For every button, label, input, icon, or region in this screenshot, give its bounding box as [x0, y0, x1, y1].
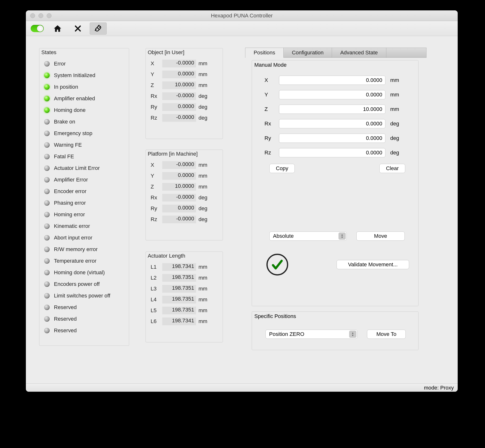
coord-row: Ymm — [252, 88, 418, 102]
status-led-icon — [44, 177, 49, 183]
clear-button[interactable]: Clear — [379, 164, 405, 173]
coord-row: Rx-0.0000deg — [146, 91, 223, 102]
coord-unit: deg — [199, 194, 211, 201]
coord-input[interactable] — [279, 105, 385, 114]
coord-row: Ry0.0000deg — [146, 203, 223, 214]
minimize-icon[interactable] — [39, 13, 43, 18]
states-title: States — [40, 48, 129, 58]
coord-unit: deg — [199, 104, 211, 110]
status-led-icon — [44, 316, 49, 322]
state-row: Homing done — [40, 104, 129, 116]
status-led-icon — [44, 108, 49, 113]
coord-label: Rx — [151, 194, 160, 201]
coord-unit: mm — [199, 71, 211, 78]
coord-label: Z — [265, 106, 274, 112]
status-bar: mode: Proxy — [26, 384, 458, 392]
coord-row: Rxdeg — [252, 116, 418, 131]
status-led-icon — [44, 281, 49, 287]
copy-button[interactable]: Copy — [269, 164, 295, 173]
state-row: Reserved — [40, 302, 129, 313]
coord-label: X — [151, 60, 160, 67]
coord-unit: mm — [390, 92, 403, 98]
coord-unit: mm — [199, 275, 211, 281]
coord-unit: deg — [199, 216, 211, 223]
coord-row: L6198.7341mm — [146, 316, 223, 327]
coord-input[interactable] — [279, 134, 385, 143]
validate-movement-button[interactable]: Validate Movement... — [337, 260, 409, 269]
specific-title: Specific Positions — [252, 312, 418, 321]
coord-unit: mm — [199, 296, 211, 303]
chevron-up-down-icon: ▲▼ — [339, 232, 346, 240]
status-led-icon — [44, 235, 49, 240]
state-row: Brake on — [40, 116, 129, 128]
coord-unit: deg — [199, 115, 211, 121]
coord-value: -0.0000 — [162, 194, 196, 201]
coord-label: Z — [151, 184, 160, 190]
state-label: Error — [54, 61, 66, 67]
state-label: Limit switches power off — [54, 293, 110, 299]
status-led-icon — [44, 142, 49, 148]
status-led-icon — [44, 258, 49, 264]
status-led-icon — [44, 212, 49, 217]
state-row: Phasing error — [40, 197, 129, 209]
coord-label: L3 — [151, 286, 160, 292]
zoom-icon[interactable] — [47, 13, 51, 18]
coord-unit: deg — [199, 205, 211, 212]
state-row: Reserved — [40, 325, 129, 336]
state-row: Homing error — [40, 209, 129, 220]
state-row: R/W memory error — [40, 244, 129, 255]
coord-row: Xmm — [252, 73, 418, 88]
coord-value: -0.0000 — [162, 216, 196, 223]
coord-unit: mm — [199, 264, 211, 270]
state-row: Emergency stop — [40, 128, 129, 139]
app-window: Hexapod PUNA Controller States ErrorSyst… — [26, 10, 458, 392]
move-button[interactable]: Move — [356, 232, 405, 241]
state-row: Warning FE — [40, 139, 129, 151]
object-title: Object [in User] — [146, 48, 223, 58]
platform-title: Platform [in Machine] — [146, 150, 223, 160]
coord-row: X-0.0000mm — [146, 160, 223, 170]
coord-input[interactable] — [279, 148, 385, 157]
coord-label: Z — [151, 82, 160, 88]
tab-positions[interactable]: Positions — [245, 48, 283, 58]
toggle-on-button[interactable] — [29, 23, 46, 35]
status-led-icon — [44, 166, 49, 171]
cancel-button[interactable] — [69, 23, 86, 35]
status-led-icon — [44, 154, 49, 159]
state-row: Abort input error — [40, 232, 129, 244]
coord-value: 10.0000 — [162, 183, 196, 191]
state-label: Homing done — [54, 107, 86, 113]
tab-configuration[interactable]: Configuration — [283, 48, 332, 57]
tab-filler — [386, 48, 427, 57]
close-icon[interactable] — [30, 13, 35, 18]
state-label: R/W memory error — [54, 246, 98, 253]
state-label: Homing done (virtual) — [54, 269, 105, 276]
coord-value: 198.7341 — [162, 263, 196, 271]
status-led-icon — [44, 131, 49, 136]
coord-row: L3198.7351mm — [146, 283, 223, 294]
coord-row: L1198.7341mm — [146, 261, 223, 272]
coord-input[interactable] — [279, 90, 385, 99]
state-label: Temperature error — [54, 258, 97, 264]
status-led-icon — [44, 328, 49, 333]
state-label: Kinematic error — [54, 223, 90, 229]
plug-button[interactable] — [90, 23, 107, 35]
specific-position-select[interactable]: Position ZERO ▲▼ — [266, 330, 357, 339]
coord-label: L2 — [151, 275, 160, 281]
home-icon — [53, 24, 62, 33]
coord-row: L5198.7351mm — [146, 305, 223, 316]
coord-unit: mm — [199, 162, 211, 168]
object-in-user-panel: Object [in User] X-0.0000mmY0.0000mmZ10.… — [146, 48, 223, 139]
coord-row: X-0.0000mm — [146, 58, 223, 69]
move-to-button[interactable]: Move To — [367, 330, 406, 339]
state-row: Homing done (virtual) — [40, 267, 129, 278]
move-mode-select[interactable]: Absolute ▲▼ — [269, 232, 347, 241]
coord-value: 198.7351 — [162, 296, 196, 304]
coord-value: 0.0000 — [162, 172, 196, 180]
coord-input[interactable] — [279, 76, 385, 85]
coord-input[interactable] — [279, 119, 385, 128]
platform-in-machine-panel: Platform [in Machine] X-0.0000mmY0.0000m… — [146, 150, 223, 240]
coord-value: -0.0000 — [162, 114, 196, 122]
tab-advanced-state[interactable]: Advanced State — [332, 48, 386, 57]
home-button[interactable] — [49, 23, 66, 35]
